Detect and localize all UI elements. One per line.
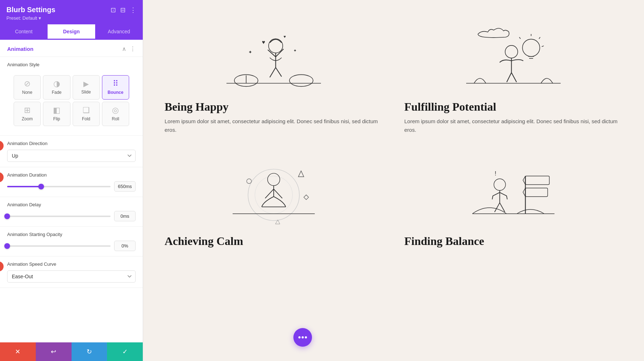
illustration-mindfulness [165,149,383,227]
opacity-track [7,245,111,247]
zoom-icon: ⊞ [24,106,30,114]
style-slide-label: Slide [81,90,91,95]
style-flip[interactable]: ◧ Flip [43,102,70,126]
style-bounce[interactable]: ⠿ Bounce [102,75,129,100]
split-icon[interactable]: ⊟ [120,6,126,14]
svg-point-26 [494,179,506,191]
opacity-thumb[interactable] [4,243,10,249]
action-bar: ✕ ↩ ↻ ✓ [0,342,143,361]
tab-content[interactable]: Content [0,24,48,40]
animation-speed-group: 3 Animation Speed Curve Linear Ease Ease… [0,256,143,288]
step-2: 2 [0,172,4,182]
none-icon: ⊘ [24,80,30,88]
card-finding: ! Finding Balance [404,149,623,251]
duration-thumb[interactable] [38,184,44,189]
style-fade-label: Fade [52,90,62,95]
direction-select[interactable]: Up Down Left Right Center [7,150,136,162]
svg-text:♥: ♥ [262,39,265,45]
style-slide[interactable]: ▶ Slide [73,75,100,100]
svg-point-19 [268,173,280,186]
panel-header: Blurb Settings ⊡ ⊟ ⋮ Preset: Default ▾ [0,0,143,24]
svg-text:♥: ♥ [284,34,286,39]
animation-section-header: Animation ∧ ⋮ [0,40,143,57]
fold-icon: ❑ [83,106,90,114]
fab-dot-2 [302,336,304,338]
panel-body: Animation ∧ ⋮ Animation Style ⊘ None ◑ F… [0,40,143,342]
delay-thumb[interactable] [4,213,10,219]
svg-rect-29 [525,188,547,197]
more-icon[interactable]: ⋮ [130,6,136,14]
duration-value[interactable]: 650ms [114,181,136,192]
svg-point-4 [269,39,283,53]
duration-fill [7,186,41,187]
settings-panel: Blurb Settings ⊡ ⊟ ⋮ Preset: Default ▾ C… [0,0,143,361]
illustration-finding: ! [404,149,623,227]
animation-style-grid: ⊘ None ◑ Fade ▶ Slide ⠿ Bounce ⊞ Zoom [7,71,136,130]
section-title: Animation [7,46,33,52]
style-none[interactable]: ⊘ None [14,75,41,100]
illustration-potential [404,14,623,93]
step-1: 1 [0,141,4,151]
cancel-button[interactable]: ✕ [0,342,36,361]
illustration-happy: ♥ ♥ ✦ ✦ [165,14,383,93]
speed-select[interactable]: Linear Ease Ease-In Ease-Out Ease-In-Out [7,270,136,283]
style-fold[interactable]: ❑ Fold [73,102,100,126]
duration-label: Animation Duration [7,172,136,178]
style-fold-label: Fold [82,116,90,121]
collapse-icon[interactable]: ∧ [122,45,126,52]
section-more-icon[interactable]: ⋮ [130,45,136,52]
panel-title: Blurb Settings [6,6,55,14]
card-potential-title: Fulfilling Potential [404,100,496,114]
card-happy-title: Being Happy [165,100,229,114]
animation-style-label: Animation Style [7,62,136,67]
animation-style-group: Animation Style ⊘ None ◑ Fade ▶ Slide ⠿ … [0,57,143,136]
tab-bar: Content Design Advanced [0,24,143,40]
svg-line-13 [539,37,540,39]
opacity-label: Animation Starting Opacity [7,232,136,237]
direction-label: Animation Direction [7,141,136,146]
tab-design[interactable]: Design [48,24,95,40]
tab-advanced[interactable]: Advanced [95,24,143,40]
fab-button[interactable] [293,328,312,347]
roll-icon: ◎ [112,106,119,114]
fab-dot-3 [305,336,307,338]
panel-header-icons: ⊡ ⊟ ⋮ [111,6,136,14]
style-fade[interactable]: ◑ Fade [43,75,70,100]
delay-track [7,216,111,217]
preset-label[interactable]: Preset: Default ▾ [6,15,136,21]
svg-text:✦: ✦ [248,49,252,55]
animation-delay-group: Animation Delay 0ms [0,197,143,227]
fab-dots [298,336,307,338]
card-mindfulness-title: Achieving Calm [165,235,243,248]
style-zoom-label: Zoom [22,116,33,121]
finding-svg: ! [404,149,623,227]
style-flip-label: Flip [53,116,60,121]
svg-marker-21 [298,171,304,177]
delay-value[interactable]: 0ms [114,211,136,221]
speed-label: Animation Speed Curve [7,261,136,267]
card-potential-text: Lorem ipsum dolor sit amet, consectetur … [404,117,623,134]
frame-icon[interactable]: ⊡ [111,6,116,14]
opacity-value[interactable]: 0% [114,241,136,251]
card-happy-text: Lorem ipsum dolor sit amet, consectetur … [165,117,383,134]
svg-rect-28 [525,176,549,185]
style-roll[interactable]: ◎ Roll [102,102,129,126]
card-potential: Fulfilling Potential Lorem ipsum dolor s… [404,14,623,134]
card-happy: ♥ ♥ ✦ ✦ Being Happy Lorem ipsum dolor si… [165,14,383,134]
style-zoom[interactable]: ⊞ Zoom [14,102,41,126]
svg-point-10 [505,45,518,58]
svg-point-11 [522,39,540,56]
animation-direction-group: 1 Animation Direction Up Down Left Right… [0,136,143,167]
animation-opacity-group: Animation Starting Opacity 0% [0,227,143,256]
happy-svg: ♥ ♥ ✦ ✦ [165,14,383,93]
fab-dot-1 [298,336,301,338]
bounce-icon: ⠿ [113,80,118,88]
style-none-label: None [22,90,33,95]
style-roll-label: Roll [112,116,119,121]
redo-button[interactable]: ↻ [72,342,107,361]
undo-button[interactable]: ↩ [36,342,72,361]
save-button[interactable]: ✓ [107,342,143,361]
main-content: ♥ ♥ ✦ ✦ Being Happy Lorem ipsum dolor si… [143,0,644,361]
card-mindfulness: Achieving Calm [165,149,383,251]
style-bounce-label: Bounce [108,90,123,95]
